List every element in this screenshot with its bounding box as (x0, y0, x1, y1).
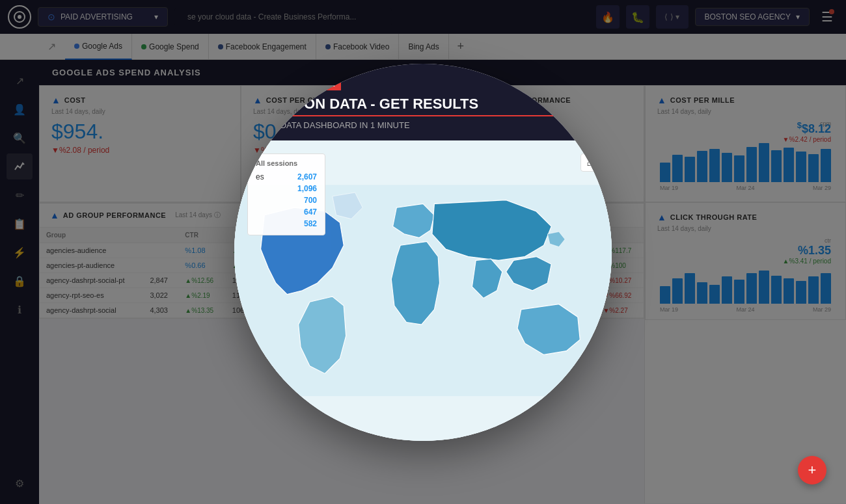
modal-title: FOCUS ON DATA - GET RESULTS (250, 96, 596, 113)
popup-item: 700 (256, 194, 317, 206)
fab-button[interactable]: + (798, 456, 826, 484)
popup-item: 582 (256, 218, 317, 230)
modal-logo: OCTO DATA (250, 74, 596, 90)
modal-header: OCTO DATA FOCUS ON DATA - GET RESULTS SE… (234, 64, 612, 140)
modal-overlay[interactable]: OCTO DATA FOCUS ON DATA - GET RESULTS SE… (0, 0, 846, 504)
popup-item: es2,607 (256, 171, 317, 183)
map-home-button[interactable]: ⌂ (580, 153, 599, 172)
map-popup: All sessions es2,607 1,096 700 647 582 (247, 153, 325, 235)
popup-item: 1,096 (256, 183, 317, 194)
modal-subtitle: SETUP DATA DASHBOARD IN 1 MINUTE (250, 115, 596, 130)
world-map: All sessions es2,607 1,096 700 647 582 (234, 140, 612, 441)
modal-body: All sessions es2,607 1,096 700 647 582 (234, 140, 612, 441)
modal-circle: OCTO DATA FOCUS ON DATA - GET RESULTS SE… (234, 64, 612, 441)
popup-item: 647 (256, 206, 317, 218)
